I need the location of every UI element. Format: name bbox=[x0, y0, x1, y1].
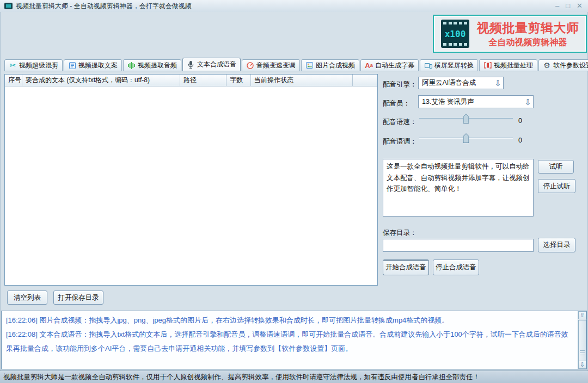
tab-bar: ✂ 视频超级混剪 视频提取文案 视频提取音频 文本合成语音 音频变速变调 bbox=[4, 58, 588, 71]
logo-x100-label: x100 bbox=[445, 29, 466, 39]
table-header: 序号 要合成的文本 (仅支持txt格式，编码：utf-8) 路径 字数 当前操作… bbox=[5, 75, 377, 87]
tab-label: 图片合成视频 bbox=[316, 61, 355, 70]
speech-pitch-slider[interactable] bbox=[419, 133, 513, 143]
document-icon bbox=[68, 61, 76, 69]
chevron-down-icon[interactable]: ⇩ bbox=[523, 98, 533, 106]
tab-video-extract-text[interactable]: 视频提取文案 bbox=[64, 59, 122, 71]
voice-actor-select[interactable]: 13.艾浩 资讯男声 ⇩ bbox=[418, 95, 534, 108]
stop-preview-button[interactable]: 停止试听 bbox=[538, 179, 575, 193]
window-title: 视频批量剪辑大师 - 全自动视频剪辑神器，会打字就会做视频 bbox=[16, 2, 192, 11]
image-icon bbox=[305, 61, 314, 69]
scrollbar-grip bbox=[580, 349, 585, 356]
tab-label: 文本合成语音 bbox=[197, 60, 236, 69]
voice-engine-select[interactable]: 阿里云AI语音合成 ⇩ bbox=[418, 77, 504, 89]
speech-speed-label: 配音语速： bbox=[383, 118, 417, 127]
save-dir-label: 保存目录： bbox=[383, 228, 417, 238]
filmstrip-icon bbox=[443, 43, 467, 46]
column-header-index: 序号 bbox=[5, 75, 22, 86]
tab-screen-rotate[interactable]: 横屏竖屏转换 bbox=[420, 59, 478, 71]
title-bar: 视频批量剪辑大师 - 全自动视频剪辑神器，会打字就会做视频 – □ ✕ bbox=[0, 0, 588, 12]
tab-label: 视频提取文案 bbox=[78, 61, 118, 70]
tab-video-super-mix[interactable]: ✂ 视频超级混剪 bbox=[4, 59, 63, 71]
speech-speed-value: 0 bbox=[518, 117, 522, 125]
scissors-icon: ✂ bbox=[9, 61, 17, 69]
status-bar: 视频批量剪辑大师是一款视频全自动剪辑软件，仅用于个人原创视频制作、提高剪辑效率，… bbox=[0, 370, 588, 383]
start-synthesis-button[interactable]: 开始合成语音 bbox=[383, 260, 429, 275]
tab-label: 软件参数设置 bbox=[553, 61, 588, 70]
tab-settings[interactable]: ⚙ 软件参数设置 bbox=[538, 59, 588, 71]
window-controls: – □ ✕ bbox=[555, 0, 583, 12]
banner-title: 视频批量剪辑大师 bbox=[474, 20, 581, 36]
choose-dir-button[interactable]: 选择目录 bbox=[538, 238, 575, 252]
speech-pitch-value: 0 bbox=[518, 137, 522, 144]
waveform-icon bbox=[127, 61, 136, 69]
voice-engine-label: 配音引擎： bbox=[383, 80, 417, 89]
speedometer-icon bbox=[246, 61, 254, 69]
scrollbar-thumb[interactable] bbox=[578, 320, 586, 361]
scroll-up-icon[interactable]: ⇧ bbox=[578, 311, 586, 319]
speech-speed-slider[interactable] bbox=[419, 114, 513, 123]
log-output: [16:22:06] 图片合成视频：拖拽导入jpg、png、jpeg格式的图片后… bbox=[1, 311, 587, 369]
maximize-icon[interactable]: □ bbox=[566, 0, 570, 12]
tab-video-extract-audio[interactable]: 视频提取音频 bbox=[123, 59, 181, 71]
tab-label: 视频超级混剪 bbox=[19, 61, 58, 70]
tab-label: 横屏竖屏转换 bbox=[434, 61, 474, 70]
log-entry: [16:22:08] 文本合成语音：拖拽导入txt格式的文本后，选择配音引擎和配… bbox=[6, 328, 573, 356]
app-icon bbox=[4, 3, 13, 9]
microphone-icon bbox=[187, 61, 195, 69]
slider-thumb[interactable] bbox=[463, 133, 469, 145]
scroll-down-icon[interactable]: ⇩ bbox=[578, 361, 586, 369]
log-entry: [16:22:06] 图片合成视频：拖拽导入jpg、png、jpeg格式的图片后… bbox=[6, 313, 573, 328]
preview-button[interactable]: 试听 bbox=[538, 160, 574, 174]
banner-subtitle: 全自动视频剪辑神器 bbox=[474, 37, 581, 48]
speech-pitch-label: 配音语调： bbox=[383, 137, 417, 146]
slider-thumb[interactable] bbox=[463, 114, 469, 126]
column-header-filler bbox=[353, 75, 377, 86]
subtitle-icon: Aa bbox=[365, 61, 373, 69]
open-save-dir-button[interactable]: 打开保存目录 bbox=[53, 291, 103, 305]
column-header-count: 字数 bbox=[226, 75, 251, 86]
close-icon[interactable]: ✕ bbox=[577, 0, 583, 12]
table-body[interactable] bbox=[5, 87, 377, 286]
voice-actor-label: 配音员： bbox=[383, 99, 410, 108]
column-header-status: 当前操作状态 bbox=[251, 75, 353, 86]
preview-text-area[interactable]: 这是一款全自动视频批量剪辑软件，可以自动给文本配音、自动剪辑视频并添加字幕，让视… bbox=[383, 159, 534, 217]
banner-text: 视频批量剪辑大师 全自动视频剪辑神器 bbox=[474, 20, 581, 48]
voice-engine-value: 阿里云AI语音合成 bbox=[422, 78, 476, 88]
tab-auto-subtitle[interactable]: Aa 自动生成字幕 bbox=[360, 59, 419, 71]
file-list-table[interactable]: 序号 要合成的文本 (仅支持txt格式，编码：utf-8) 路径 字数 当前操作… bbox=[4, 74, 378, 286]
stop-synthesis-button[interactable]: 停止合成语音 bbox=[433, 260, 479, 275]
column-header-text: 要合成的文本 (仅支持txt格式，编码：utf-8) bbox=[22, 75, 180, 86]
tab-label: 视频批量处理 bbox=[494, 61, 533, 70]
tab-text-to-speech[interactable]: 文本合成语音 bbox=[182, 58, 241, 71]
voice-actor-value: 13.艾浩 资讯男声 bbox=[422, 97, 474, 107]
video-batch-icon bbox=[483, 61, 492, 69]
column-header-path: 路径 bbox=[180, 75, 226, 86]
app-logo: x100 bbox=[441, 20, 469, 48]
log-scrollbar[interactable]: ⇧ ⇩ bbox=[578, 311, 586, 369]
tab-label: 视频提取音频 bbox=[138, 61, 177, 70]
tab-audio-speed-pitch[interactable]: 音频变速变调 bbox=[242, 59, 300, 71]
tab-image-to-video[interactable]: 图片合成视频 bbox=[301, 59, 359, 71]
app-window: 视频批量剪辑大师 - 全自动视频剪辑神器，会打字就会做视频 – □ ✕ x100… bbox=[0, 0, 588, 383]
minimize-icon[interactable]: – bbox=[555, 0, 559, 12]
brand-banner: x100 视频批量剪辑大师 全自动视频剪辑神器 bbox=[433, 15, 587, 53]
filmstrip-icon bbox=[443, 22, 467, 24]
clear-list-button[interactable]: 清空列表 bbox=[7, 291, 47, 305]
tab-video-batch[interactable]: 视频批量处理 bbox=[479, 59, 537, 71]
chevron-down-icon[interactable]: ⇩ bbox=[493, 79, 503, 87]
gear-icon: ⚙ bbox=[543, 61, 551, 69]
tab-label: 音频变速变调 bbox=[256, 61, 296, 70]
tab-label: 自动生成字幕 bbox=[375, 61, 414, 70]
save-dir-input[interactable] bbox=[383, 239, 534, 252]
rotate-screen-icon bbox=[424, 61, 432, 69]
